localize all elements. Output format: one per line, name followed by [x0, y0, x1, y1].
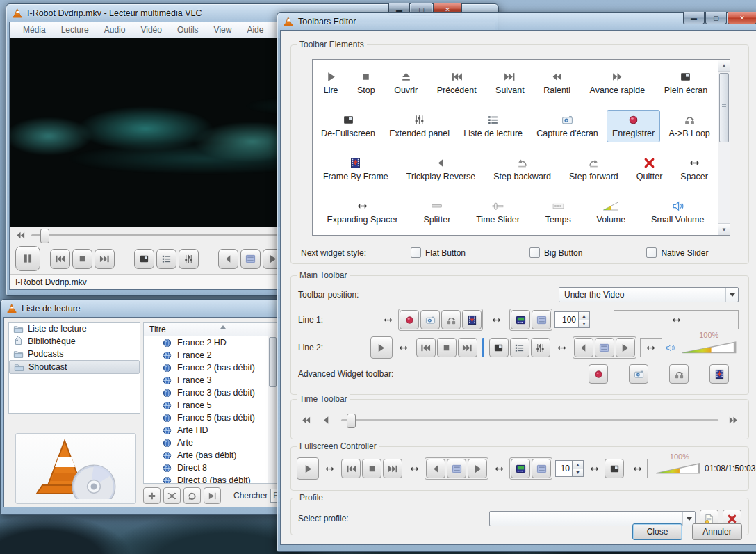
toolbar-position-select[interactable]: Under the Video: [559, 287, 739, 302]
step-backward-button[interactable]: [574, 338, 593, 357]
play-button[interactable]: [297, 457, 319, 480]
line1-drop-zone[interactable]: [614, 310, 739, 329]
spacer-slot[interactable]: [640, 338, 662, 357]
spacer-widget[interactable]: [491, 464, 507, 474]
step-forward-button[interactable]: [468, 459, 487, 478]
element-ralenti[interactable]: Ralenti: [538, 67, 576, 99]
native-slider-checkbox[interactable]: Native Slider: [646, 247, 708, 258]
sidebar-item-podcasts[interactable]: Podcasts: [9, 348, 140, 360]
menu-lecture[interactable]: Lecture: [54, 23, 97, 37]
playlist-item[interactable]: Arte HD: [144, 424, 277, 437]
menu-view[interactable]: View: [206, 23, 240, 37]
spin-up-icon[interactable]: ▲: [579, 312, 589, 320]
rewind-icon[interactable]: [301, 415, 311, 425]
spacer-widget[interactable]: [380, 315, 395, 325]
volume-slider[interactable]: 100%: [679, 340, 739, 355]
stop-button[interactable]: [362, 459, 381, 478]
spacer-slot[interactable]: [627, 459, 648, 478]
big-button-checkbox[interactable]: Big Button: [529, 247, 582, 258]
playlist-column-header[interactable]: Titre: [144, 323, 277, 336]
playlist-item[interactable]: France 2 HD: [144, 336, 277, 349]
element-capture-ecran[interactable]: Capture d'écran: [531, 110, 604, 142]
element-enregistrer[interactable]: Enregistrer: [607, 110, 660, 142]
element-splitter[interactable]: Splitter: [418, 196, 456, 229]
element-stop[interactable]: Stop: [352, 67, 381, 99]
playlist-item[interactable]: Direct 8: [144, 462, 277, 474]
spin-up-icon[interactable]: ▲: [573, 461, 583, 469]
sidebar-item-playlist[interactable]: Liste de lecture: [9, 323, 140, 335]
playlist-button[interactable]: [510, 338, 529, 357]
ab-loop-button[interactable]: [441, 310, 461, 329]
fullscreen-button[interactable]: [489, 338, 509, 357]
play-button[interactable]: [370, 336, 393, 359]
rewind-icon[interactable]: [15, 230, 26, 241]
elements-scrollbar[interactable]: ▲ ▼: [718, 60, 730, 235]
menu-media[interactable]: Média: [15, 23, 54, 37]
time-slider[interactable]: [341, 419, 718, 421]
teletext-button[interactable]: [532, 310, 551, 329]
scroll-up-arrow[interactable]: ▲: [718, 60, 730, 72]
element-expanding-spacer[interactable]: Expanding Spacer: [321, 196, 403, 229]
element-ouvrir[interactable]: Ouvrir: [388, 67, 423, 99]
menu-outils[interactable]: Outils: [170, 23, 206, 37]
teletext-button[interactable]: [532, 459, 551, 478]
small-volume-icon[interactable]: [666, 343, 675, 353]
shuffle-button[interactable]: [163, 487, 181, 504]
teletext-page-spinbox[interactable]: 100 ▲▼: [554, 311, 590, 328]
playlist-item[interactable]: France 3: [144, 374, 277, 386]
frame-by-frame-button[interactable]: [709, 364, 729, 384]
cancel-button[interactable]: Annuler: [692, 523, 742, 540]
element-step-backward[interactable]: Step backward: [488, 153, 557, 186]
spacer-widget[interactable]: [396, 343, 411, 353]
element-trickplay-reverse[interactable]: Trickplay Reverse: [401, 153, 482, 186]
element-defullscreen[interactable]: De-Fullscreen: [315, 110, 381, 142]
time-slider-thumb[interactable]: [347, 414, 356, 428]
playlist-button[interactable]: [156, 249, 176, 269]
add-button[interactable]: [143, 487, 161, 504]
playlist-item[interactable]: France 3 (bas débit): [144, 386, 277, 399]
playlist-item[interactable]: France 2: [144, 349, 277, 361]
spacer-widget[interactable]: [406, 464, 422, 474]
ab-loop-button[interactable]: [669, 364, 689, 384]
playback-mode-button[interactable]: [204, 487, 221, 504]
element-volume[interactable]: Volume: [591, 196, 632, 229]
close-button[interactable]: ✕: [728, 12, 756, 24]
playlist-item[interactable]: France 2 (bas débit): [144, 361, 277, 374]
playlist-titlebar[interactable]: Liste de lecture: [3, 300, 283, 317]
next-button[interactable]: [383, 459, 402, 478]
fullscreen-button[interactable]: [605, 459, 624, 478]
spacer-widget[interactable]: [586, 464, 602, 474]
teletext-page-spinbox[interactable]: 10 ▲▼: [555, 460, 584, 477]
stop-button[interactable]: [72, 249, 92, 269]
element-liste-de-lecture[interactable]: Liste de lecture: [458, 110, 528, 142]
element-extended-panel[interactable]: Extended panel: [384, 110, 455, 142]
scrollbar-thumb[interactable]: [269, 337, 277, 387]
extended-panel-button[interactable]: [179, 249, 199, 269]
volume-slider[interactable]: 100%: [653, 462, 702, 475]
snapshot-button[interactable]: [629, 364, 648, 384]
frame-button[interactable]: [595, 338, 614, 357]
snapshot-button[interactable]: [420, 310, 440, 329]
playlist-item[interactable]: France 5 (bas débit): [144, 412, 277, 424]
spacer-widget[interactable]: [488, 315, 504, 325]
next-button[interactable]: [94, 249, 115, 269]
frame-button[interactable]: [447, 459, 466, 478]
dialog-titlebar[interactable]: Toolbars Editor ▬ ▢ ✕: [280, 13, 756, 30]
menu-aide[interactable]: Aide: [239, 23, 271, 37]
menu-video[interactable]: Vidéo: [133, 23, 169, 37]
dvd-menus-button[interactable]: [511, 310, 530, 329]
spin-down-icon[interactable]: ▼: [579, 320, 589, 328]
playlist-item[interactable]: Arte (bas débit): [144, 449, 277, 462]
element-step-forward[interactable]: Step forward: [564, 153, 624, 186]
previous-button[interactable]: [50, 249, 70, 269]
previous-button[interactable]: [341, 459, 361, 478]
dvd-menus-button[interactable]: [511, 459, 530, 478]
playlist-scrollbar[interactable]: [268, 336, 277, 483]
frame-by-frame-button[interactable]: [462, 310, 482, 329]
element-spacer[interactable]: Spacer: [675, 153, 714, 186]
spacer-widget[interactable]: [322, 464, 337, 474]
step-backward-button[interactable]: [426, 459, 445, 478]
menu-audio[interactable]: Audio: [97, 23, 133, 37]
spacer-widget[interactable]: [554, 343, 570, 353]
repeat-button[interactable]: [183, 487, 201, 504]
